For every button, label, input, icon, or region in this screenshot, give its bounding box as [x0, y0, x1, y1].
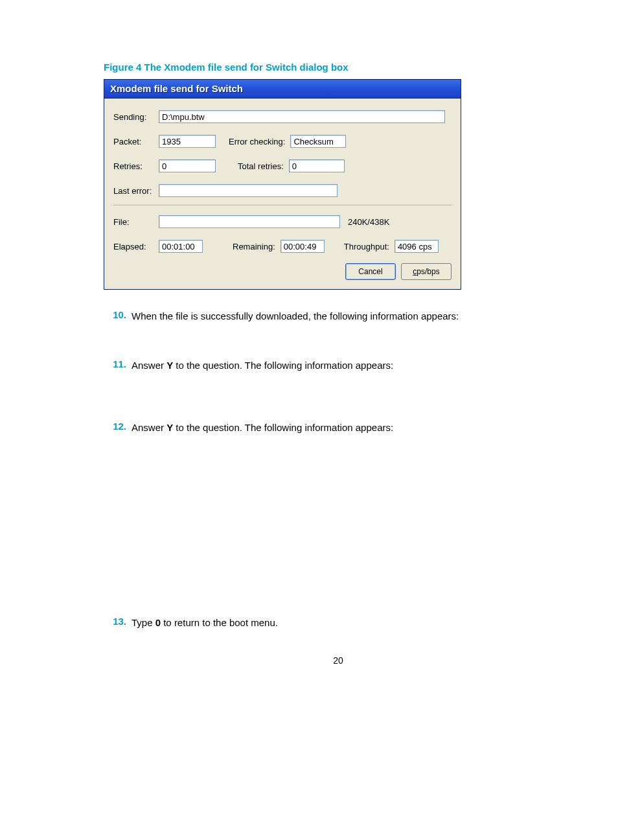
cpsbps-button[interactable]: cps/bps — [401, 263, 452, 280]
step-11: 11. Answer Y to the question. The follow… — [104, 358, 573, 372]
label-remaining: Remaining: — [233, 242, 275, 251]
step-text: When the file is successfully downloaded… — [132, 309, 573, 323]
xmodem-dialog: Xmodem file send for Switch Sending: D:\… — [104, 79, 461, 290]
field-total-retries: 0 — [289, 159, 345, 172]
cpsbps-rest: ps/bps — [417, 267, 439, 276]
step-number: 12. — [104, 421, 126, 434]
row-packet: Packet: 1935 Error checking: Checksum — [113, 135, 452, 148]
label-packet: Packet: — [113, 137, 159, 146]
step-text-bold: Y — [166, 360, 173, 371]
field-packet: 1935 — [159, 135, 216, 148]
step-text-after: to return to the boot menu. — [161, 617, 278, 628]
step-text-bold: 0 — [155, 617, 161, 628]
field-last-error — [159, 184, 338, 197]
step-12: 12. Answer Y to the question. The follow… — [104, 421, 573, 434]
label-throughput: Throughput: — [344, 242, 389, 251]
step-text: Answer Y to the question. The following … — [132, 358, 573, 372]
step-text-before: Type — [132, 617, 155, 628]
step-13: 13. Type 0 to return to the boot menu. — [104, 616, 573, 629]
step-text-before: When the file is successfully downloaded… — [132, 310, 459, 321]
label-file-size: 240K/438K — [348, 217, 389, 227]
label-sending: Sending: — [113, 112, 159, 122]
step-number: 11. — [104, 358, 126, 372]
label-total-retries: Total retries: — [238, 161, 284, 171]
field-error-checking: Checksum — [290, 135, 346, 148]
step-text-after: to the question. The following informati… — [173, 422, 393, 433]
step-10: 10. When the file is successfully downlo… — [104, 309, 573, 323]
figure-caption: Figure 4 The Xmodem file send for Switch… — [104, 62, 573, 73]
cancel-button[interactable]: Cancel — [345, 263, 396, 280]
row-sending: Sending: D:\mpu.btw — [113, 110, 452, 123]
field-sending: D:\mpu.btw — [159, 110, 445, 123]
field-elapsed: 00:01:00 — [159, 240, 203, 253]
step-text-before: Answer — [132, 422, 166, 433]
label-file: File: — [113, 217, 159, 227]
separator — [113, 205, 452, 206]
step-text: Answer Y to the question. The following … — [132, 421, 573, 434]
step-number: 10. — [104, 309, 126, 323]
label-last-error: Last error: — [113, 186, 159, 196]
field-progress — [159, 215, 340, 228]
label-retries: Retries: — [113, 161, 159, 171]
step-text: Type 0 to return to the boot menu. — [132, 616, 573, 629]
row-last-error: Last error: — [113, 184, 452, 197]
page-number: 20 — [104, 655, 573, 666]
label-elapsed: Elapsed: — [113, 242, 159, 251]
step-text-before: Answer — [132, 360, 166, 371]
field-throughput: 4096 cps — [395, 240, 439, 253]
row-retries: Retries: 0 Total retries: 0 — [113, 159, 452, 172]
row-file: File: 240K/438K — [113, 215, 452, 228]
label-error-checking: Error checking: — [229, 137, 285, 146]
field-retries: 0 — [159, 159, 216, 172]
dialog-title-bar: Xmodem file send for Switch — [104, 80, 461, 99]
step-text-after: to the question. The following informati… — [173, 360, 393, 371]
step-number: 13. — [104, 616, 126, 629]
row-elapsed: Elapsed: 00:01:00 Remaining: 00:00:49 Th… — [113, 240, 452, 253]
step-text-bold: Y — [166, 422, 173, 433]
field-remaining: 00:00:49 — [280, 240, 325, 253]
